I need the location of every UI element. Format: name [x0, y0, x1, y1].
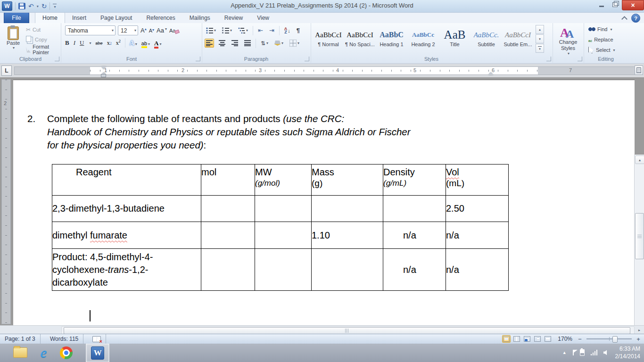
styles-scroll-up-icon[interactable]: ▴ [536, 25, 544, 34]
copy-button[interactable]: Copy [25, 35, 61, 44]
zoom-slider[interactable] [586, 338, 632, 339]
cell-mol[interactable] [201, 222, 255, 249]
justify-button[interactable] [243, 39, 252, 48]
reagent-table[interactable]: Reagent mol MW(g/mol) Mass(g) Density(g/… [52, 164, 509, 291]
taskbar-clock[interactable]: 6:33 AM 2/14/2014 [615, 345, 640, 360]
cell-mol[interactable] [201, 249, 255, 291]
close-button[interactable]: × [622, 0, 644, 10]
word-taskbar-button[interactable]: W [86, 344, 109, 362]
cut-button[interactable]: ✂ Cut [25, 25, 61, 34]
vertical-scroll-thumb[interactable] [635, 213, 644, 259]
styles-more-icon[interactable]: ▾ [536, 44, 544, 53]
right-indent-marker[interactable] [488, 72, 493, 75]
file-explorer-icon[interactable] [13, 347, 27, 358]
style-title[interactable]: AaB Title [439, 25, 471, 52]
show-hide-paragraph-button[interactable]: ¶ [295, 25, 301, 35]
font-dialog-launcher-icon[interactable] [196, 57, 200, 61]
decrease-indent-button[interactable]: ⇤ [256, 25, 264, 35]
chrome-icon[interactable] [60, 346, 73, 359]
format-painter-button[interactable]: Format Painter [25, 45, 61, 54]
save-button[interactable] [18, 3, 25, 9]
help-icon[interactable]: ? [631, 14, 640, 23]
repeat-button[interactable]: ↻ [41, 3, 47, 9]
tab-references[interactable]: References [139, 12, 182, 23]
web-layout-view-button[interactable] [523, 335, 531, 343]
strikethrough-button[interactable]: abe [95, 40, 102, 46]
select-button[interactable]: Select ▾ [587, 46, 617, 54]
replace-button[interactable]: abac Replace [587, 35, 617, 44]
power-battery-icon[interactable] [580, 349, 585, 356]
tab-view[interactable]: View [250, 12, 276, 23]
page-indicator[interactable]: Page: 1 of 3 [0, 334, 41, 344]
draft-view-button[interactable] [544, 335, 552, 343]
cell-density[interactable] [383, 196, 446, 222]
cell-vol[interactable]: 2.50 [446, 196, 509, 222]
document-page[interactable]: 2. Complete the following table of react… [13, 80, 635, 325]
change-styles-dialog-launcher-icon[interactable] [578, 57, 582, 61]
multilevel-list-button[interactable]: ▾ [237, 26, 249, 35]
tab-insert[interactable]: Insert [65, 12, 93, 23]
numbering-button[interactable]: ▾ [221, 26, 233, 35]
sort-button[interactable]: AZ ↓ [283, 26, 292, 35]
change-case-button[interactable]: Aa▾ [157, 27, 167, 34]
restore-button[interactable] [608, 0, 622, 9]
speaker-volume-icon[interactable] [603, 350, 609, 355]
header-vol[interactable]: Vol(mL) [446, 165, 509, 196]
style-heading-1[interactable]: AaBbC Heading 1 [376, 25, 407, 52]
internet-explorer-icon[interactable]: e [41, 346, 47, 360]
borders-button[interactable]: ▾ [288, 38, 301, 48]
scroll-up-icon[interactable]: ▴ [635, 156, 644, 164]
increase-indent-button[interactable]: ⇥ [268, 25, 276, 35]
highlight-button[interactable]: ab▾ [141, 39, 150, 47]
proofing-errors-button[interactable]: × [88, 334, 106, 344]
clipboard-dialog-launcher-icon[interactable] [55, 57, 59, 61]
minimize-button[interactable] [594, 0, 608, 9]
grow-font-button[interactable]: A▴ [140, 27, 147, 34]
zoom-level[interactable]: 170% [558, 336, 572, 342]
underline-button[interactable]: U [80, 39, 84, 47]
style-heading-2[interactable]: AaBbCc Heading 2 [407, 25, 439, 52]
ruler-toggle-button[interactable] [635, 66, 643, 75]
shading-button[interactable]: ▾ [273, 39, 285, 47]
customize-qat-button[interactable]: ▾ [53, 4, 57, 9]
scroll-right-icon[interactable]: ▸ [636, 327, 643, 333]
cell-mw[interactable] [255, 249, 312, 291]
cell-mol[interactable] [201, 196, 255, 222]
hidden-icons-chevron[interactable]: ▲ [562, 350, 567, 355]
undo-dropdown-caret[interactable]: ▾ [37, 4, 39, 8]
cell-vol[interactable]: n/a [446, 249, 509, 291]
cell-mass[interactable] [312, 249, 383, 291]
bullets-button[interactable]: ▾ [205, 26, 217, 35]
zoom-in-button[interactable]: + [636, 336, 641, 343]
word-count[interactable]: Words: 115 [45, 334, 83, 344]
shrink-font-button[interactable]: A▾ [149, 28, 154, 33]
zoom-out-button[interactable]: − [577, 336, 583, 343]
cell-mass[interactable] [312, 196, 383, 222]
font-size-combo[interactable]: 12 ▾ [118, 25, 138, 35]
tab-file[interactable]: File [4, 12, 29, 23]
cell-mw[interactable] [255, 222, 312, 249]
cell-mass[interactable]: 1.10 [312, 222, 383, 249]
action-center-flag-icon[interactable] [573, 350, 574, 355]
header-mol[interactable]: mol [201, 165, 255, 196]
minimize-ribbon-icon[interactable] [621, 16, 627, 22]
full-screen-reading-view-button[interactable] [512, 335, 521, 343]
undo-button[interactable]: ↶ [28, 3, 34, 9]
italic-button[interactable]: I [74, 39, 75, 47]
line-spacing-button[interactable]: ⇅▾ [259, 39, 270, 48]
tab-selector-button[interactable]: L [1, 66, 12, 76]
paste-dropdown-caret[interactable]: ▾ [13, 46, 15, 50]
cell-reagent[interactable]: 2,3-dimethyl-1,3-butadiene [52, 196, 201, 222]
outline-view-button[interactable] [533, 335, 542, 343]
clear-formatting-button[interactable]: Aa [169, 28, 175, 33]
header-reagent[interactable]: Reagent [52, 165, 201, 196]
subscript-button[interactable]: x2 [107, 40, 112, 47]
horizontal-scroll-thumb[interactable] [64, 327, 630, 334]
cell-density[interactable]: n/a [383, 249, 446, 291]
cell-reagent[interactable]: Product: 4,5-dimethyl-4-cyclohexene-tran… [52, 249, 201, 291]
font-color-button[interactable]: A▾ [154, 39, 161, 47]
cell-mw[interactable] [255, 196, 312, 222]
zoom-slider-thumb[interactable] [612, 336, 618, 343]
cell-density[interactable]: n/a [383, 222, 446, 249]
style-subtle-emphasis[interactable]: AaBbCcI Subtle Em... [502, 25, 534, 52]
